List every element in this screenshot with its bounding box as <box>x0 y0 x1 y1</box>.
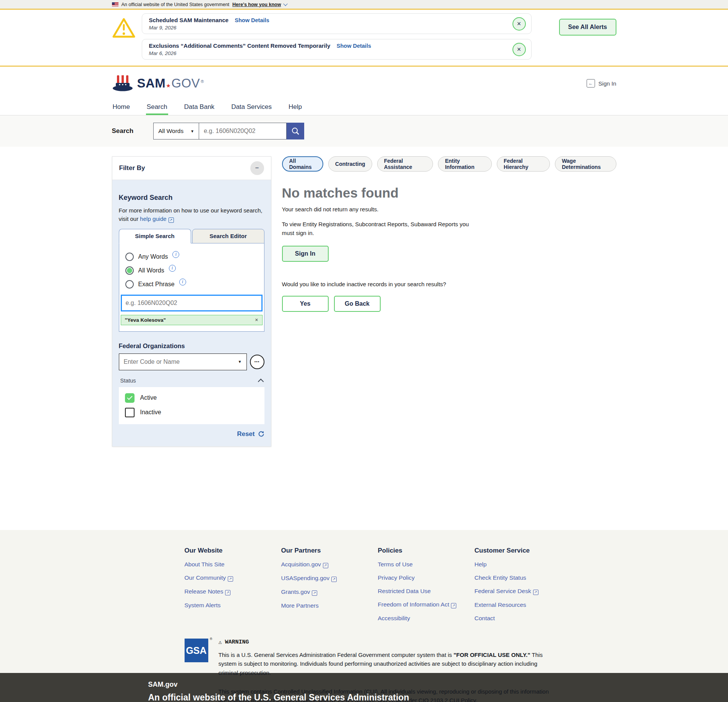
include-inactive-question: Would you like to include inactive recor… <box>282 281 616 287</box>
radio-icon[interactable] <box>125 280 134 289</box>
keyword-tag: "Yeva Kolesova" × <box>121 315 263 325</box>
radio-icon-selected[interactable] <box>125 266 134 275</box>
nav-item-data-bank[interactable]: Data Bank <box>183 100 215 115</box>
pill-federal-hierarchy[interactable]: Federal Hierarchy <box>497 156 550 172</box>
checkbox-active[interactable]: Active <box>125 393 264 403</box>
no-results-message: Your search did not return any results. <box>282 206 616 212</box>
footer-link-grants-gov[interactable]: Grants.gov↗ <box>281 589 378 596</box>
footer-col-heading: Customer Service <box>475 547 571 554</box>
footer-link-accessibility[interactable]: Accessibility <box>378 615 475 622</box>
nav-item-home[interactable]: Home <box>112 100 131 115</box>
footer-link-contact[interactable]: Contact <box>475 615 571 622</box>
checkbox-checked-icon[interactable] <box>125 393 135 403</box>
filter-panel: Filter By − Keyword Search For more info… <box>112 156 271 447</box>
radio-all-words[interactable]: All Words i <box>125 266 263 275</box>
footer-link-about-this-site[interactable]: About This Site <box>185 561 281 568</box>
reset-filters-link[interactable]: Reset <box>237 430 255 438</box>
search-mode-select[interactable]: All Words ▼ <box>153 123 199 139</box>
search-input[interactable] <box>199 123 287 139</box>
sign-in-label: Sign In <box>598 80 616 87</box>
gov-banner-text: An official website of the United States… <box>122 2 230 7</box>
registered-mark: ® <box>210 637 212 641</box>
info-icon[interactable]: i <box>179 279 186 285</box>
alert-close-button[interactable]: × <box>512 17 526 31</box>
org-more-options-button[interactable]: ••• <box>250 355 264 369</box>
primary-nav: Home Search Data Bank Data Services Help <box>0 100 728 115</box>
footer-col-heading: Policies <box>378 547 475 554</box>
footer-link-foia[interactable]: Freedom of Information Act↗ <box>378 601 475 608</box>
site-header: SAM★GOV® ← Sign In <box>0 66 728 100</box>
keyword-input[interactable] <box>121 295 263 311</box>
footer-link-acquisition-gov[interactable]: Acquisition.gov↗ <box>281 561 378 568</box>
domain-filter-pills: All Domains Contracting Federal Assistan… <box>282 156 616 172</box>
heres-how-you-know-link[interactable]: Here’s how you know <box>232 2 281 7</box>
yes-button[interactable]: Yes <box>282 296 329 312</box>
alert-list: Scheduled SAM Maintenance Show Details M… <box>142 13 532 60</box>
footer-link-federal-service-desk[interactable]: Federal Service Desk↗ <box>475 588 571 595</box>
nav-item-search[interactable]: Search <box>146 100 168 115</box>
search-label: Search <box>112 127 134 135</box>
pill-wage-determinations[interactable]: Wage Determinations <box>555 156 616 172</box>
uncle-sam-hat-icon <box>112 74 133 93</box>
external-link-icon: ↗ <box>169 217 174 223</box>
info-icon[interactable]: i <box>169 265 176 272</box>
sign-in-button[interactable]: Sign In <box>282 246 329 262</box>
alerts-section: Scheduled SAM Maintenance Show Details M… <box>0 10 728 66</box>
external-link-icon: ↗ <box>331 577 337 582</box>
checkbox-inactive[interactable]: Inactive <box>125 408 264 417</box>
keyword-search-heading: Keyword Search <box>119 194 264 202</box>
info-icon[interactable]: i <box>172 251 179 258</box>
radio-any-words[interactable]: Any Words i <box>125 253 263 261</box>
go-back-button[interactable]: Go Back <box>334 296 381 312</box>
see-all-alerts-button[interactable]: See All Alerts <box>559 19 616 36</box>
show-details-link[interactable]: Show Details <box>337 43 371 49</box>
federal-org-select[interactable]: Enter Code or Name ▼ <box>119 353 247 370</box>
search-button[interactable] <box>287 123 304 139</box>
sign-in-link[interactable]: ← Sign In <box>587 79 616 88</box>
sam-gov-logo[interactable]: SAM★GOV® <box>112 74 204 93</box>
show-details-link[interactable]: Show Details <box>235 17 269 23</box>
footer-link-privacy-policy[interactable]: Privacy Policy <box>378 574 475 581</box>
logo-sam-text: SAM <box>137 76 166 91</box>
pill-contracting[interactable]: Contracting <box>328 156 372 172</box>
tab-search-editor[interactable]: Search Editor <box>192 229 264 243</box>
chevron-down-icon[interactable] <box>284 2 288 6</box>
status-section-toggle[interactable]: Status <box>119 374 264 387</box>
pill-federal-assistance[interactable]: Federal Assistance <box>377 156 433 172</box>
pill-entity-information[interactable]: Entity Information <box>438 156 491 172</box>
footer-link-system-alerts[interactable]: System Alerts <box>185 602 281 609</box>
footer-link-usaspending-gov[interactable]: USASpending.gov↗ <box>281 575 378 582</box>
federal-org-placeholder: Enter Code or Name <box>124 358 180 365</box>
pill-all-domains[interactable]: All Domains <box>282 156 324 172</box>
checkbox-label: Active <box>140 394 157 401</box>
registered-mark: ® <box>201 79 204 84</box>
tag-remove-icon[interactable]: × <box>255 317 258 323</box>
footer-link-more-partners[interactable]: More Partners <box>281 602 378 609</box>
footer-link-external-resources[interactable]: External Resources <box>475 601 571 608</box>
simple-search-panel: Any Words i All Words i Exact Phrase i <box>119 243 264 332</box>
alert-close-button[interactable]: × <box>512 43 526 56</box>
nav-item-data-services[interactable]: Data Services <box>230 100 272 115</box>
footer-link-terms-of-use[interactable]: Terms of Use <box>378 561 475 568</box>
help-guide-link[interactable]: help guide↗ <box>140 216 173 222</box>
keyword-tabs: Simple Search Search Editor <box>119 229 264 243</box>
footer-link-our-community[interactable]: Our Community↗ <box>185 574 281 582</box>
collapse-filters-button[interactable]: − <box>250 161 264 175</box>
logo-gov-text: GOV <box>171 76 200 91</box>
refresh-icon[interactable] <box>258 431 264 437</box>
radio-icon[interactable] <box>125 253 134 261</box>
footer-link-check-entity-status[interactable]: Check Entity Status <box>475 574 571 581</box>
search-band: Search All Words ▼ <box>0 115 728 147</box>
footer-link-help[interactable]: Help <box>475 561 571 568</box>
sam-gov-page: An official website of the United States… <box>0 0 728 702</box>
alert-card-exclusions: Exclusions “Additional Comments” Content… <box>142 39 532 60</box>
nav-item-help[interactable]: Help <box>288 100 303 115</box>
external-link-icon: ↗ <box>533 590 538 595</box>
checkbox-unchecked-icon[interactable] <box>125 408 135 417</box>
radio-exact-phrase[interactable]: Exact Phrase i <box>125 280 263 289</box>
footer-link-release-notes[interactable]: Release Notes↗ <box>185 588 281 595</box>
footer-link-restricted-data-use[interactable]: Restricted Data Use <box>378 588 475 595</box>
tab-simple-search[interactable]: Simple Search <box>119 229 191 243</box>
chevron-up-icon <box>258 378 264 384</box>
search-results: All Domains Contracting Federal Assistan… <box>282 156 616 312</box>
